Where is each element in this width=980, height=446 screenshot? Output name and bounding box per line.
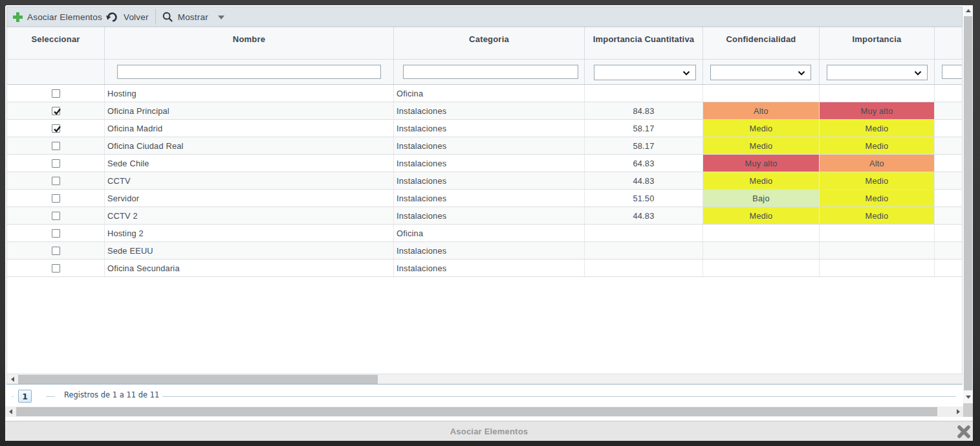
filter-importancia-select[interactable] [827, 65, 928, 80]
cell-nombre: Hosting 2 [105, 225, 394, 241]
cell-categoria: Oficina [394, 85, 585, 102]
mostrar-button[interactable]: Mostrar [162, 11, 224, 23]
cell-importancia: Medio [820, 172, 935, 189]
scrollbar-corner [963, 403, 973, 417]
cell-importancia: Medio [820, 137, 935, 154]
filter-row [7, 60, 962, 85]
grid-hscroll-thumb[interactable] [18, 375, 378, 384]
cell-categoria: Instalaciones [394, 207, 585, 224]
page-vertical-scrollbar[interactable] [963, 5, 973, 417]
filter-confidencialidad-select[interactable] [710, 65, 811, 80]
cell-nombre: Oficina Ciudad Real [105, 137, 394, 154]
cell-nombre: Servidor [105, 190, 394, 206]
cell-importancia: Muy alto [820, 102, 935, 119]
cell-confidencialidad: Medio [703, 207, 820, 224]
col-header-confidencialidad[interactable]: Confidencialidad [703, 27, 820, 59]
table-header-row: Seleccionar Nombre Categoria Importancia… [7, 27, 962, 60]
dialog-footer: Asociar Elementos [5, 421, 973, 441]
cell-categoria: Instalaciones [394, 242, 585, 259]
cell-categoria: Instalaciones [394, 102, 585, 119]
cell-nombre: Oficina Madrid [105, 120, 394, 137]
cell-nombre: CCTV 2 [105, 207, 394, 224]
cell-importancia-cuantitativa: 51.50 [585, 190, 703, 206]
row-checkbox[interactable] [52, 247, 60, 255]
scroll-left-button[interactable] [7, 374, 17, 385]
filter-importancia-cuantitativa-select[interactable] [594, 65, 696, 80]
cell-importancia: Alto [820, 155, 935, 172]
row-checkbox[interactable] [52, 177, 60, 185]
cell-importancia: Medio [820, 207, 935, 224]
cell-importancia [820, 260, 935, 276]
cell-nombre: Sede EEUU [105, 242, 394, 259]
scroll-up-button[interactable] [963, 5, 973, 16]
row-checkbox[interactable] [52, 229, 60, 238]
cell-importancia-cuantitativa: 44.83 [585, 172, 703, 189]
cell-categoria: Instalaciones [394, 172, 585, 189]
col-header-nombre[interactable]: Nombre [105, 27, 394, 59]
cell-categoria: Oficina [394, 225, 585, 241]
table-row: CCTV Instalaciones 44.83 Medio Medio [7, 172, 962, 190]
cell-importancia [820, 242, 935, 259]
pager-info: Registros de 1 a 11 de 11 [64, 390, 159, 399]
filter-categoria-input[interactable] [403, 65, 578, 79]
cell-importancia-cuantitativa: 44.83 [585, 207, 703, 224]
table-row: Servidor Instalaciones 51.50 Bajo Medio [7, 190, 962, 207]
cell-confidencialidad: Medio [703, 172, 820, 189]
volver-button[interactable]: Volver [106, 10, 149, 23]
cell-importancia [820, 85, 935, 102]
vscroll-thumb[interactable] [964, 16, 972, 390]
cell-confidencialidad: Bajo [703, 190, 820, 206]
cell-importancia: Medio [820, 190, 935, 206]
filter-extra-input[interactable] [942, 65, 962, 79]
cell-nombre: CCTV [105, 172, 394, 189]
table-row: Oficina Ciudad Real Instalaciones 58.17 … [7, 137, 962, 155]
row-checkbox[interactable] [52, 159, 60, 168]
cell-confidencialidad: Medio [703, 120, 820, 137]
table-row: Sede EEUU Instalaciones [7, 242, 962, 260]
cell-confidencialidad: Muy alto [703, 155, 820, 172]
col-header-importancia[interactable]: Importancia [820, 27, 935, 59]
table-row: Oficina Principal Instalaciones 84.83 Al… [7, 102, 962, 120]
cell-confidencialidad: Alto [703, 102, 820, 119]
cell-categoria: Instalaciones [394, 120, 585, 137]
plus-icon [13, 12, 23, 22]
row-checkbox[interactable] [52, 107, 60, 115]
col-header-categoria[interactable]: Categoria [394, 27, 585, 59]
col-header-importancia-cuantitativa[interactable]: Importancia Cuantitativa [585, 27, 703, 59]
scroll-down-button[interactable] [963, 392, 973, 403]
table-row: Oficina Madrid Instalaciones 58.17 Medio… [7, 120, 962, 137]
grid-horizontal-scrollbar[interactable] [7, 374, 963, 384]
page-horizontal-scrollbar[interactable] [5, 407, 963, 417]
pager: 1 Registros de 1 a 11 de 11 [6, 384, 963, 407]
table-row: Oficina Secundaria Instalaciones [7, 260, 962, 277]
asociar-elementos-dialog: Asociar Elementos Volver Mostrar Selecci… [5, 5, 973, 441]
cell-confidencialidad [703, 260, 820, 276]
row-checkbox[interactable] [52, 124, 60, 133]
close-icon[interactable] [955, 423, 972, 440]
cell-nombre: Oficina Secundaria [105, 260, 394, 276]
cell-confidencialidad: Medio [703, 137, 820, 154]
page-hscroll-thumb[interactable] [16, 407, 937, 416]
toolbar-separator [155, 9, 156, 25]
table-row: CCTV 2 Instalaciones 44.83 Medio Medio [7, 207, 962, 225]
volver-label: Volver [124, 12, 149, 22]
cell-importancia [820, 225, 935, 241]
row-checkbox[interactable] [52, 142, 60, 150]
cell-nombre: Oficina Principal [105, 102, 394, 119]
row-checkbox[interactable] [52, 89, 60, 98]
cell-importancia-cuantitativa: 58.17 [585, 120, 703, 137]
page-scroll-left-button[interactable] [5, 407, 16, 417]
page-1-button[interactable]: 1 [18, 390, 32, 403]
undo-icon [106, 10, 119, 23]
asociar-elementos-button[interactable]: Asociar Elementos [7, 12, 102, 22]
cell-importancia-cuantitativa [585, 85, 703, 102]
table-row: Sede Chile Instalaciones 64.83 Muy alto … [7, 155, 962, 172]
cell-confidencialidad [703, 225, 820, 241]
col-header-seleccionar[interactable]: Seleccionar [7, 27, 105, 59]
row-checkbox[interactable] [52, 264, 60, 273]
dialog-title: Asociar Elementos [450, 427, 528, 436]
filter-nombre-input[interactable] [117, 65, 381, 79]
row-checkbox[interactable] [52, 212, 60, 220]
row-checkbox[interactable] [52, 194, 60, 203]
page-scroll-right-button[interactable] [953, 407, 963, 417]
